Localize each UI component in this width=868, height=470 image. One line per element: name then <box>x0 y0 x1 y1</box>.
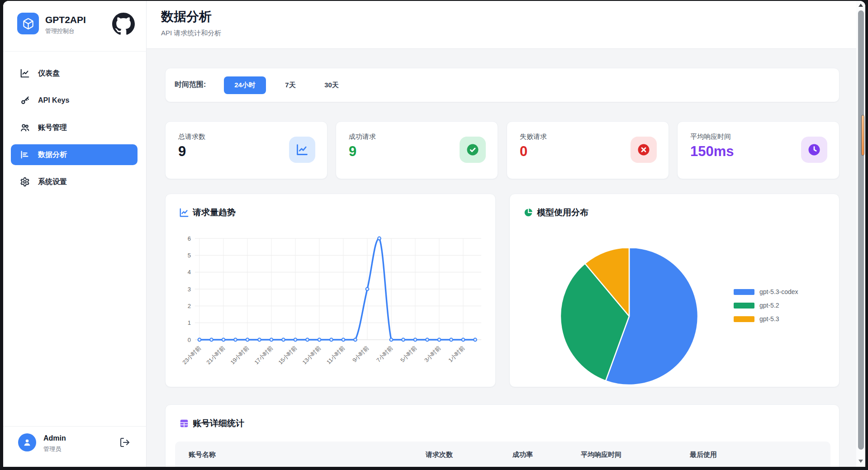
svg-text:4: 4 <box>188 269 191 275</box>
pie-legend: gpt-5.3-codexgpt-5.2gpt-5.3 <box>734 288 798 323</box>
stat-value: 9 <box>178 143 186 160</box>
content-area: 时间范围: 24小时 7天 30天 总请求数 9 成功请求 9 失败请求 0 <box>147 49 856 467</box>
stat-card-avg-response: 平均响应时间 150ms <box>677 121 840 179</box>
column-header-success: 成功率 <box>512 442 533 467</box>
app-title: GPT2API <box>45 14 86 25</box>
user-divider <box>3 426 147 427</box>
svg-text:15小时前: 15小时前 <box>277 345 299 366</box>
svg-text:11小时前: 11小时前 <box>326 345 346 366</box>
page-title: 数据分析 <box>161 8 212 25</box>
svg-text:0: 0 <box>188 337 191 343</box>
sidebar-item-label: API Keys <box>38 96 69 104</box>
x-circle-icon <box>637 143 650 157</box>
svg-text:3: 3 <box>188 286 191 293</box>
chart-title: 请求量趋势 <box>193 207 236 218</box>
legend-item[interactable]: gpt-5.2 <box>734 302 798 309</box>
legend-label: gpt-5.3-codex <box>759 288 798 295</box>
svg-text:17小时前: 17小时前 <box>253 345 275 366</box>
github-icon[interactable] <box>112 13 135 35</box>
column-header-lastused: 最后使用 <box>690 442 717 467</box>
stat-label: 成功请求 <box>349 133 376 141</box>
time-range-30d-button[interactable]: 30天 <box>317 76 346 94</box>
scrollbar-thumb[interactable] <box>858 10 864 450</box>
sidebar-item-accounts[interactable]: 账号管理 <box>11 117 138 138</box>
legend-item[interactable]: gpt-5.3-codex <box>734 288 798 295</box>
time-range-card: 时间范围: 24小时 7天 30天 <box>165 68 840 102</box>
time-range-7d-button[interactable]: 7天 <box>278 76 303 94</box>
logout-icon[interactable] <box>119 437 130 448</box>
chart-line-icon <box>296 143 308 156</box>
account-stats-card: 账号详细统计 账号名称 请求次数 成功率 平均响应时间 最后使用 <box>165 404 840 467</box>
legend-item[interactable]: gpt-5.3 <box>734 315 798 323</box>
stat-value: 150ms <box>690 143 734 160</box>
user-name: Admin <box>43 434 66 442</box>
clock-icon <box>807 143 821 157</box>
sidebar-item-label: 仪表盘 <box>38 69 60 78</box>
stat-icon-box <box>289 137 315 163</box>
sidebar-item-dashboard[interactable]: 仪表盘 <box>11 63 138 84</box>
gear-icon <box>20 177 30 187</box>
column-header-latency: 平均响应时间 <box>581 442 621 467</box>
stat-icon-box <box>631 137 657 163</box>
time-range-label: 时间范围: <box>175 80 206 90</box>
chart-line-icon <box>179 208 189 218</box>
pie-chart-icon <box>523 208 533 218</box>
svg-text:5: 5 <box>188 252 191 259</box>
scrollbar-up-arrow[interactable] <box>859 4 863 7</box>
cube-icon <box>22 18 34 30</box>
scrollbar-down-arrow[interactable] <box>859 460 863 463</box>
stat-label: 失败请求 <box>520 133 547 141</box>
svg-text:23小时前: 23小时前 <box>181 345 203 366</box>
svg-text:7小时前: 7小时前 <box>375 345 394 364</box>
legend-label: gpt-5.2 <box>759 302 779 309</box>
legend-swatch <box>734 316 754 322</box>
sidebar-item-label: 数据分析 <box>38 150 67 160</box>
svg-text:1小时前: 1小时前 <box>447 345 466 364</box>
legend-swatch <box>734 303 754 309</box>
svg-text:9小时前: 9小时前 <box>351 345 370 364</box>
check-circle-icon <box>466 143 479 157</box>
request-trend-line-chart: 012345623小时前21小时前19小时前17小时前15小时前13小时前11小… <box>170 230 487 379</box>
page-subtitle: API 请求统计和分析 <box>161 29 221 38</box>
scrollbar-position-marker[interactable] <box>861 115 864 156</box>
svg-text:13小时前: 13小时前 <box>301 345 323 366</box>
app-logo <box>17 13 39 34</box>
column-header-requests: 请求次数 <box>426 442 453 467</box>
sidebar-item-settings[interactable]: 系统设置 <box>11 171 138 192</box>
svg-text:2: 2 <box>188 303 191 309</box>
svg-text:19小时前: 19小时前 <box>229 345 251 366</box>
sidebar-item-label: 账号管理 <box>38 123 67 133</box>
stat-card-total-requests: 总请求数 9 <box>165 121 327 179</box>
stat-label: 总请求数 <box>178 133 205 141</box>
table-title: 账号详细统计 <box>193 418 244 429</box>
svg-text:21小时前: 21小时前 <box>205 345 227 366</box>
svg-text:1: 1 <box>188 319 191 326</box>
sidebar-divider <box>3 51 147 52</box>
user-role: 管理员 <box>43 445 61 453</box>
sidebar-item-analytics[interactable]: 数据分析 <box>11 144 138 165</box>
stat-icon-box <box>801 137 827 163</box>
time-range-24h-button[interactable]: 24小时 <box>224 76 266 94</box>
table-icon <box>179 418 189 428</box>
scrollbar[interactable] <box>856 1 865 467</box>
svg-text:6: 6 <box>188 235 191 242</box>
stat-card-failed-requests: 失败请求 0 <box>507 121 669 179</box>
svg-text:5小时前: 5小时前 <box>399 345 418 364</box>
sidebar: GPT2API 管理控制台 仪表盘 API Keys 账号管理 数据分析 系统设… <box>3 1 147 467</box>
stat-icon-box <box>460 137 486 163</box>
page-header: 数据分析 API 请求统计和分析 <box>147 1 856 49</box>
request-trend-card: 请求量趋势 012345623小时前21小时前19小时前17小时前15小时前13… <box>165 194 496 387</box>
bar-chart-icon <box>20 150 30 160</box>
stat-card-success-requests: 成功请求 9 <box>336 121 498 179</box>
chart-title: 模型使用分布 <box>537 207 588 218</box>
column-header-account: 账号名称 <box>189 442 216 467</box>
chart-line-icon <box>20 68 30 78</box>
sidebar-item-api-keys[interactable]: API Keys <box>11 90 138 111</box>
users-icon <box>20 123 30 133</box>
legend-label: gpt-5.3 <box>759 315 779 323</box>
stat-value: 9 <box>349 143 356 160</box>
svg-text:3小时前: 3小时前 <box>423 345 442 364</box>
app-window: GPT2API 管理控制台 仪表盘 API Keys 账号管理 数据分析 系统设… <box>3 1 865 467</box>
avatar <box>18 433 36 451</box>
model-distribution-pie-chart <box>532 248 731 387</box>
